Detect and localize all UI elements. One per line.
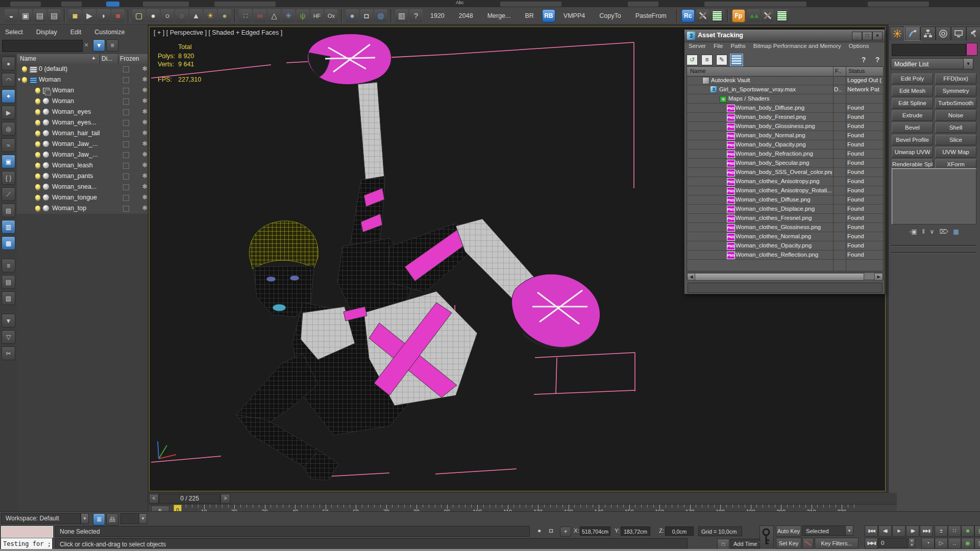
make-unique-icon[interactable]: ∨ xyxy=(930,228,935,235)
asset-row[interactable]: PNGWoman_body_Opacity.pngFound xyxy=(687,140,883,149)
modifier-button-bevel[interactable]: Bevel xyxy=(892,122,933,133)
visibility-bulb-icon[interactable] xyxy=(35,141,40,146)
snowflake-icon[interactable]: ❄ xyxy=(142,117,148,128)
modifier-button-edit-poly[interactable]: Edit Poly xyxy=(892,73,933,84)
sphere-matte-icon[interactable]: ◍ xyxy=(374,9,387,22)
path-editor-icon[interactable]: ✎ xyxy=(716,55,727,65)
help-icon[interactable]: ? xyxy=(409,9,423,22)
asset-menu-file[interactable]: File xyxy=(714,43,723,49)
pastefrom-label[interactable]: PasteFrom xyxy=(635,12,667,19)
pyramid-gizmo-icon[interactable]: △ xyxy=(267,9,281,22)
scene-explorer-row[interactable]: Woman❄ xyxy=(17,96,148,107)
scene-explorer-row[interactable]: Woman_eyes❄ xyxy=(17,107,148,117)
visibility-bulb-icon[interactable] xyxy=(22,77,27,82)
wrench-hammer-icon[interactable] xyxy=(761,9,774,22)
display-toggle-b-icon[interactable]: ▦ xyxy=(2,236,15,250)
molecule-icon[interactable]: ∞ xyxy=(253,9,266,22)
scene-explorer-row[interactable]: Woman_snea...❄ xyxy=(17,182,148,192)
frame-spinner[interactable]: ▲▼ xyxy=(909,538,915,548)
video-camera-icon[interactable]: ■ xyxy=(111,9,125,22)
snowflake-icon[interactable]: ❄ xyxy=(142,74,148,85)
modifier-button-symmetry[interactable]: Symmetry xyxy=(935,86,976,96)
object-name-label[interactable]: Woman xyxy=(52,85,74,95)
zoom-extents-icon[interactable]: ■ xyxy=(961,525,974,537)
filter-icon[interactable]: ▼ xyxy=(2,314,15,328)
context-help-icon[interactable]: ? xyxy=(872,55,883,65)
vmpp4-label[interactable]: VMPP4 xyxy=(564,12,585,19)
asset-row[interactable]: PNGWoman_clothes_Diffuse.pngFound xyxy=(687,195,883,205)
matte-icon[interactable]: ▢ xyxy=(132,9,145,22)
object-name-label[interactable]: Woman xyxy=(52,96,74,106)
object-name-label[interactable]: Woman_hair_tail xyxy=(52,128,100,138)
visibility-bulb-icon[interactable] xyxy=(35,152,40,157)
modifier-button-shell[interactable]: Shell xyxy=(935,122,976,133)
display-cube-icon[interactable] xyxy=(123,120,129,126)
visibility-bulb-icon[interactable] xyxy=(35,88,40,93)
snowflake-icon[interactable]: ❄ xyxy=(142,203,148,213)
groups-icon[interactable]: ▣ xyxy=(2,155,15,168)
object-name-label[interactable]: Woman_Jaw_... xyxy=(52,149,97,160)
merge-label[interactable]: Merge... xyxy=(487,12,511,19)
display-cube-icon[interactable] xyxy=(123,173,129,180)
scene-explorer-row[interactable]: Woman_Jaw_...❄ xyxy=(17,149,148,160)
bones-icon[interactable]: ⟋ xyxy=(2,187,15,201)
display-cube-icon[interactable] xyxy=(123,66,129,72)
set-key-button[interactable]: Set Key xyxy=(776,538,801,549)
object-name-field[interactable] xyxy=(892,44,966,56)
modifier-list-dropdown[interactable]: Modifier List ▼ xyxy=(891,58,973,69)
tab-hierarchy[interactable] xyxy=(920,27,936,40)
teapot-icon[interactable]: ◒ xyxy=(5,9,18,22)
walk-through-icon[interactable]: ‥ xyxy=(948,538,961,549)
asset-menu-server[interactable]: Server xyxy=(689,43,706,49)
visibility-bulb-icon[interactable] xyxy=(35,109,40,114)
asset-row[interactable]: PNGWoman_clothes_Anisotropy.pngFound xyxy=(687,177,883,186)
snowflake-icon[interactable]: ❄ xyxy=(142,160,148,170)
search-input[interactable] xyxy=(2,40,83,52)
maxscript-mini-listener[interactable]: Testing for ; xyxy=(1,538,52,549)
object-name-label[interactable]: Woman_pants xyxy=(52,171,93,181)
asset-row[interactable]: PNGWoman_clothes_Displace.pngFound xyxy=(687,205,883,214)
play-icon[interactable]: ▶ xyxy=(892,525,905,537)
modifier-button-slice[interactable]: Slice xyxy=(935,135,976,145)
rb-badge-icon[interactable]: RB xyxy=(542,9,555,22)
display-cube-icon[interactable] xyxy=(123,141,129,147)
xrefs-icon[interactable]: { } xyxy=(2,171,15,185)
display-toggle-a-icon[interactable]: ▥ xyxy=(2,220,15,234)
visibility-bulb-icon[interactable] xyxy=(35,206,40,211)
asset-menu-bitmap-performance-and-memory[interactable]: Bitmap Performance and Memory xyxy=(753,43,841,49)
menu-display[interactable]: Display xyxy=(36,29,57,36)
selection-lock-icon[interactable]: ◘ xyxy=(549,527,553,534)
scene-explorer-row[interactable]: Woman_Jaw_...❄ xyxy=(17,139,148,149)
list-view-icon[interactable]: ≡ xyxy=(2,259,15,272)
display-cube-icon[interactable] xyxy=(123,184,129,190)
menu-select[interactable]: Select xyxy=(5,29,23,36)
res-2048-label[interactable]: 2048 xyxy=(459,12,473,19)
go-to-end-icon[interactable]: ▶▶▮ xyxy=(920,525,933,537)
display-cube-icon[interactable] xyxy=(123,88,129,94)
set-keys-button[interactable] xyxy=(760,525,774,550)
snowflake-icon[interactable]: ❄ xyxy=(142,107,148,117)
x-coordinate-field[interactable]: 518,704cm xyxy=(580,527,610,536)
scene-explorer-row[interactable]: 0 (default)❄ xyxy=(17,64,148,74)
zoom-icon[interactable]: ± xyxy=(935,525,948,537)
absolute-mode-icon[interactable]: + xyxy=(560,527,571,537)
horizontal-scrollbar[interactable]: ◀ ▶ xyxy=(687,272,884,280)
display-cube-icon[interactable] xyxy=(123,131,129,137)
pin-stack-icon[interactable]: -▣ xyxy=(909,228,917,235)
detail-view-icon[interactable]: ▤ xyxy=(2,275,15,289)
asset-row[interactable]: PNGWoman_clothes_Anisotropy_Rotati...Fou… xyxy=(687,186,883,195)
find-filter-icon[interactable]: ▼ xyxy=(93,39,105,52)
frame-counter[interactable]: 0 / 225 xyxy=(159,494,220,504)
asset-row[interactable]: PNGWoman_clothes_Normal.pngFound xyxy=(687,232,883,241)
remove-modifier-icon[interactable]: ⌦ xyxy=(939,228,948,235)
containers-icon[interactable]: ▤ xyxy=(2,204,15,217)
visibility-bulb-icon[interactable] xyxy=(35,163,40,168)
workspace-chevron-icon[interactable]: ▼ xyxy=(81,513,89,524)
object-name-label[interactable]: Woman xyxy=(39,74,61,85)
go-to-start-icon[interactable]: ▮◀◀ xyxy=(865,525,878,537)
object-name-label[interactable]: Woman_eyes xyxy=(52,107,91,117)
asset-menu-paths[interactable]: Paths xyxy=(730,43,745,49)
geometry-icon[interactable]: ● xyxy=(2,57,15,70)
visibility-bulb-icon[interactable] xyxy=(35,184,40,189)
scene-explorer-row[interactable]: Woman_hair_tail❄ xyxy=(17,128,148,139)
